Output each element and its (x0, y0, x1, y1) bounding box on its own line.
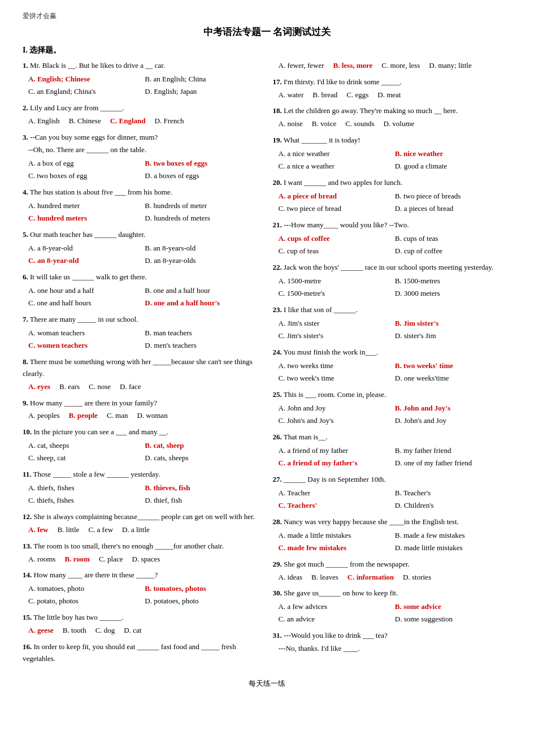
option-item: A. two weeks time (279, 360, 395, 372)
question-text: 11. Those _____ stole a few ______ yeste… (23, 469, 262, 481)
option-item: C. an 8-year-old (28, 254, 145, 267)
option-item: D. men's teachers (145, 339, 261, 352)
option-item: A. fewer, fewer (279, 60, 324, 72)
question-text: 24. You must finish the work in___. (273, 347, 512, 358)
question-item: 27. ______ Day is on September 10th.A. T… (273, 474, 512, 512)
question-text: 25. This is ___ room. Come in, please. (273, 389, 512, 401)
option-item: C. sheep, cat (28, 452, 145, 464)
option-item: C. a nice a weather (279, 160, 395, 172)
option-item: C. dog (95, 625, 115, 637)
options-grid: A. thiefs, fishesB. thieves, fishC. thie… (23, 482, 262, 507)
option-item: C. 1500-metre's (279, 287, 395, 300)
options-grid: A. cat, sheepsB. cat, sheepC. sheep, cat… (23, 439, 262, 464)
options-grid: A. a nice weatherB. nice weatherC. a nic… (273, 148, 512, 172)
options-grid: A. John and JoyB. John and Joy'sC. John'… (273, 402, 512, 427)
question-text: 2. Lily and Lucy are from ______. (23, 102, 262, 114)
option-item: D. good a climate (395, 160, 511, 172)
question-item: 5. Our math teacher has ______ daughter.… (23, 229, 262, 267)
options-grid: A. two weeks timeB. two weeks' timeC. tw… (273, 360, 512, 385)
option-item: B. two boxes of eggs (145, 157, 261, 170)
options-grid: A. cups of coffeeB. cups of teasC. cup o… (273, 232, 512, 257)
question-item: 12. She is always complaining because___… (23, 511, 262, 536)
question-text: 19. What _______ it is today! (273, 135, 512, 146)
options-row: A. geeseB. toothC. dogD. cat (23, 625, 262, 637)
option-item: D. one weeks'time (395, 372, 511, 385)
option-item: D. one of my father friend (395, 457, 511, 469)
options-row: A. peoplesB. peopleC. manD. woman (23, 410, 262, 422)
options-row: A. ideasB. leavesC. informationD. storie… (273, 572, 512, 584)
section-title: I. 选择题。 (23, 45, 511, 55)
options-grid: A. woman teachersB. man teachersC. women… (23, 327, 262, 352)
left-column: 1. Mr. Black is __. But he likes to driv… (23, 60, 262, 669)
option-item: B. little (57, 524, 79, 536)
option-item: D. 3000 meters (395, 287, 511, 300)
option-item: C. John's and Joy's (279, 414, 395, 427)
option-item: D. cat (124, 625, 141, 637)
option-item: D. hundreds of meters (145, 212, 261, 224)
question-item: 30. She gave us______ on how to keep fit… (273, 587, 512, 625)
option-item: B. hundreds of meter (145, 200, 261, 212)
question-item: 24. You must finish the work in___.A. tw… (273, 347, 512, 385)
option-item: B. two weeks' time (395, 360, 511, 372)
question-item: 2. Lily and Lucy are from ______.A. Engl… (23, 102, 262, 127)
question-item: 28. Nancy was very happy because she ___… (273, 516, 512, 554)
option-item: C. a few (88, 524, 113, 536)
option-item: A. a few advices (279, 601, 395, 613)
option-item: B. John and Joy's (395, 402, 511, 414)
options-grid: A. hundred meterB. hundreds of meterC. h… (23, 200, 262, 224)
question-item: 9. How many _____ are there in your fami… (23, 398, 262, 422)
option-item: A. peoples (28, 410, 60, 422)
options-grid: A. tomatoes, photoB. tomatoes, photosC. … (23, 582, 262, 607)
option-item: C. cup of teas (279, 245, 395, 257)
option-item: A. eyes (28, 381, 50, 393)
option-item: D. Children's (395, 499, 511, 512)
option-item: A. a friend of my father (279, 444, 395, 457)
option-item: C. Teachers' (279, 499, 395, 512)
option-item: C. thiefs, fishes (28, 494, 145, 507)
option-item: C. nose (89, 381, 111, 393)
question-text: 31. ---Would you like to drink ___ tea? (273, 630, 512, 642)
question-text: 20. I want ______ and two apples for lun… (273, 177, 512, 189)
option-item: C. one and half hours (28, 297, 145, 309)
page-title: 中考语法专题一 名词测试过关 (23, 25, 511, 38)
option-item: B. some advice (395, 601, 511, 613)
options-row: A. waterB. breadC. eggsD. meat (273, 89, 512, 101)
question-text: 1. Mr. Black is __. But he likes to driv… (23, 60, 262, 72)
options-grid: A. English; ChineseB. an English; ChinaC… (23, 73, 262, 98)
question-item: 21. ---How many____ would you like? --Tw… (273, 219, 512, 257)
option-item: C. made few mistakes (279, 542, 395, 554)
option-item: B. two piece of breads (395, 190, 511, 202)
question-text: 16. In order to keep fit, you should eat… (23, 641, 262, 665)
options-row: A. noiseB. voiceC. soundsD. volume (273, 118, 512, 130)
question-item: 20. I want ______ and two apples for lun… (273, 177, 512, 215)
option-item: B. people (69, 410, 98, 422)
option-item: A. ideas (279, 572, 303, 584)
question-text-cont: --Oh, no. There are ______ on the table. (23, 144, 262, 156)
question-text: 14. How many ____ are there in these ___… (23, 569, 262, 581)
question-text: 22. Jack won the boys' ______ race in ou… (273, 262, 512, 274)
question-text: 3. --Can you buy some eggs for dinner, m… (23, 132, 262, 144)
question-text: 30. She gave us______ on how to keep fit… (273, 587, 512, 599)
question-item: 25. This is ___ room. Come in, please.A.… (273, 389, 512, 427)
option-item: D. thief, fish (145, 494, 261, 507)
question-text: 17. I'm thirsty. I'd like to drink some … (273, 76, 512, 88)
question-item: 22. Jack won the boys' ______ race in ou… (273, 262, 512, 300)
options-row: A. roomsB. roomC. placeD. spaces (23, 554, 262, 565)
option-item: D. some suggestion (395, 613, 511, 625)
option-item: A. tomatoes, photo (28, 582, 145, 595)
options-row: A. EnglishB. ChineseC. EnglandD. French (23, 115, 262, 127)
question-text: 5. Our math teacher has ______ daughter. (23, 229, 262, 241)
option-item: C. an England; China's (28, 85, 145, 98)
question-item: 31. ---Would you like to drink ___ tea?-… (273, 630, 512, 655)
option-item: D. sister's Jim (395, 330, 511, 342)
option-item: D. potatoes, photo (145, 595, 261, 607)
option-item: C. an advice (279, 613, 395, 625)
footer: 每天练一练 (23, 679, 511, 689)
option-item: B. Chinese (69, 115, 101, 127)
option-item: B. man teachers (145, 327, 261, 339)
question-item: 17. I'm thirsty. I'd like to drink some … (273, 76, 512, 101)
question-item: 19. What _______ it is today!A. a nice w… (273, 135, 512, 172)
option-item: C. potato, photos (28, 595, 145, 607)
question-text-cont: ---No, thanks. I'd like ____. (273, 643, 512, 655)
question-text: 8. There must be something wrong with he… (23, 356, 262, 380)
